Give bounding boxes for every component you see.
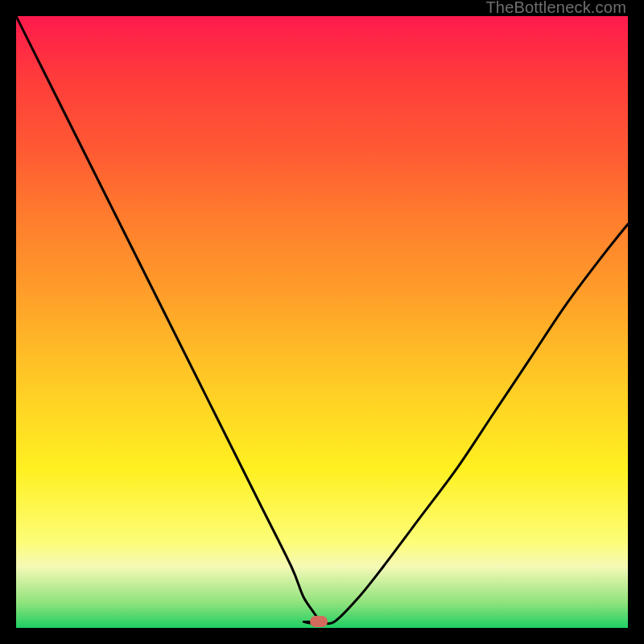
plot-area: [16, 16, 628, 628]
curve-path: [16, 16, 628, 624]
chart-frame: TheBottleneck.com: [0, 0, 644, 644]
watermark-label: TheBottleneck.com: [485, 0, 626, 17]
optimum-marker: [310, 616, 328, 627]
bottleneck-curve: [16, 16, 628, 628]
